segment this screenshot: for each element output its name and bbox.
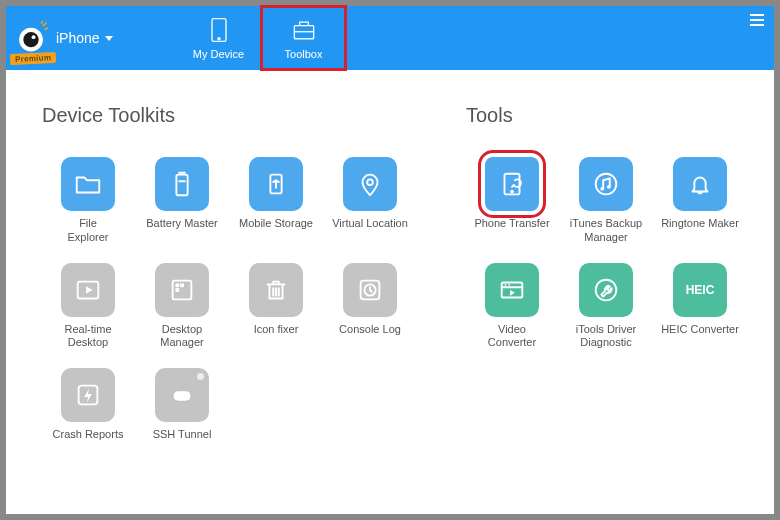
app-logo — [14, 21, 48, 55]
tool-video-converter[interactable]: Video Converter — [466, 263, 558, 351]
eye-logo-icon — [14, 21, 48, 55]
status-dot — [197, 373, 204, 380]
grid-icon — [155, 263, 209, 317]
tool-label: Video Converter — [488, 323, 536, 351]
tool-label: iTunes Backup Manager — [570, 217, 642, 245]
svg-point-32 — [505, 283, 507, 285]
folder-icon — [61, 157, 115, 211]
svg-point-4 — [217, 38, 219, 40]
tool-label: Phone Transfer — [474, 217, 549, 243]
tool-label: Ringtone Maker — [661, 217, 739, 243]
tool-label: Console Log — [339, 323, 401, 349]
tool-label: Battery Master — [146, 217, 218, 243]
header-tabs: My Device Toolbox — [176, 6, 346, 70]
svg-point-1 — [23, 32, 38, 47]
svg-point-27 — [596, 174, 617, 195]
tool-battery-master[interactable]: Battery Master — [136, 157, 228, 245]
tool-label: File Explorer — [68, 217, 109, 245]
tablet-device-icon — [205, 16, 233, 44]
tab-toolbox[interactable]: Toolbox — [261, 6, 346, 70]
svg-point-11 — [367, 179, 373, 185]
tools-grid: Phone TransferiTunes Backup ManagerRingt… — [466, 157, 746, 350]
svg-point-29 — [607, 185, 611, 189]
tool-label: iTools Driver Diagnostic — [576, 323, 637, 351]
trash-icon — [249, 263, 303, 317]
ssh-icon: SSH — [155, 368, 209, 422]
section-title: Tools — [466, 104, 746, 127]
device-selector[interactable]: iPhone — [56, 30, 113, 46]
tool-icon-fixer[interactable]: Icon fixer — [230, 263, 322, 351]
svg-point-26 — [511, 191, 513, 193]
svg-point-33 — [508, 283, 510, 285]
itunes-icon — [579, 157, 633, 211]
tool-label: Virtual Location — [332, 217, 408, 243]
tool-ssh-tunnel[interactable]: SSHSSH Tunnel — [136, 368, 228, 454]
tool-label: Crash Reports — [53, 428, 124, 454]
tool-label: HEIC Converter — [661, 323, 739, 349]
svg-point-28 — [600, 187, 604, 191]
tool-itunes-backup[interactable]: iTunes Backup Manager — [560, 157, 652, 245]
briefcase-icon — [290, 16, 318, 44]
battery-icon — [155, 157, 209, 211]
svg-rect-16 — [175, 288, 179, 292]
tab-label: My Device — [193, 48, 244, 60]
clock-icon — [343, 263, 397, 317]
section-title: Device Toolkits — [42, 104, 416, 127]
play-icon — [61, 263, 115, 317]
tool-heic-converter[interactable]: HEICHEIC Converter — [654, 263, 746, 351]
content-area: Device Toolkits File ExplorerBattery Mas… — [6, 70, 774, 514]
tool-label: Mobile Storage — [239, 217, 313, 243]
tool-virtual-location[interactable]: Virtual Location — [324, 157, 416, 245]
tool-desktop-manager[interactable]: Desktop Manager — [136, 263, 228, 351]
tool-realtime-desktop[interactable]: Real-time Desktop — [42, 263, 134, 351]
tab-label: Toolbox — [285, 48, 323, 60]
tool-label: Icon fixer — [254, 323, 299, 349]
tab-my-device[interactable]: My Device — [176, 6, 261, 70]
logo-area: Premium iPhone — [6, 6, 176, 70]
tool-label: Real-time Desktop — [64, 323, 111, 351]
svg-text:SSH: SSH — [175, 393, 189, 400]
svg-point-2 — [32, 35, 36, 39]
chevron-down-icon — [105, 36, 113, 41]
header-bar: Premium iPhone My Device Toolbo — [6, 6, 774, 70]
tool-file-explorer[interactable]: File Explorer — [42, 157, 134, 245]
svg-rect-7 — [176, 175, 187, 196]
svg-rect-14 — [175, 283, 179, 287]
usb-icon — [249, 157, 303, 211]
bolt-icon — [61, 368, 115, 422]
svg-rect-15 — [180, 283, 184, 287]
tool-mobile-storage[interactable]: Mobile Storage — [230, 157, 322, 245]
premium-badge: Premium — [10, 52, 57, 65]
transfer-icon — [485, 157, 539, 211]
bell-icon — [673, 157, 727, 211]
hamburger-icon — [750, 14, 764, 16]
video-icon — [485, 263, 539, 317]
tool-label: Desktop Manager — [160, 323, 203, 351]
tool-crash-reports[interactable]: Crash Reports — [42, 368, 134, 454]
svg-point-34 — [596, 279, 617, 300]
wrench-icon — [579, 263, 633, 317]
menu-button[interactable] — [750, 14, 764, 26]
tool-ringtone-maker[interactable]: Ringtone Maker — [654, 157, 746, 245]
device-toolkits-grid: File ExplorerBattery MasterMobile Storag… — [42, 157, 416, 454]
tool-itools-driver[interactable]: iTools Driver Diagnostic — [560, 263, 652, 351]
device-label: iPhone — [56, 30, 100, 46]
tools-section: Tools Phone TransferiTunes Backup Manage… — [466, 104, 746, 494]
app-window: Premium iPhone My Device Toolbo — [6, 6, 774, 514]
pin-icon — [343, 157, 397, 211]
tool-console-log[interactable]: Console Log — [324, 263, 416, 351]
device-toolkits-section: Device Toolkits File ExplorerBattery Mas… — [42, 104, 416, 494]
tool-phone-transfer[interactable]: Phone Transfer — [466, 157, 558, 245]
heic-icon: HEIC — [673, 263, 727, 317]
tool-label: SSH Tunnel — [153, 428, 212, 454]
